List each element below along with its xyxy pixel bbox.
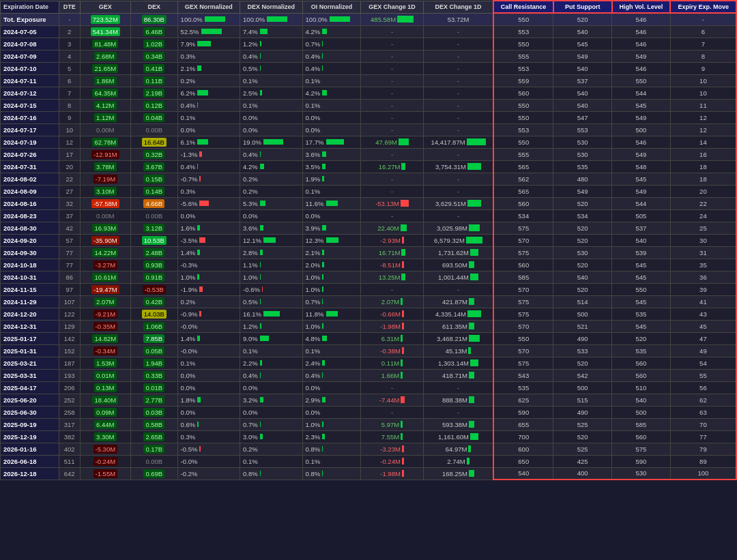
cell-dex: 0.91B [130,271,177,283]
cell-call-res: 565 [493,160,553,173]
cell-dex-norm: 1.1% [240,259,302,271]
cell-high-vol: 546 [612,13,671,25]
cell-high-vol: 546 [612,136,671,148]
cell-oi-norm: 0.0% [302,406,361,418]
cell-gex: 81.48M [80,38,130,50]
cell-put-sup: 400 [553,467,612,480]
cell-gex-1d: 2.07M [361,295,423,308]
cell-oi-norm: 12.3% [302,234,361,246]
cell-high-vol: 545 [612,295,671,308]
cell-gex-norm: -0.3% [177,259,240,271]
cell-dex: 0.05B [130,344,177,357]
cell-dex-1d: - [423,25,493,38]
cell-expiry-move: 20 [670,185,736,197]
cell-call-res: 555 [493,50,553,62]
cell-dex-1d: 6,579.32M [423,234,493,246]
cell-gex-norm: 0.0% [177,406,240,418]
cell-put-sup: 540 [553,99,612,111]
cell-dex-norm: 1.2% [240,38,302,50]
cell-oi-norm: 1.9% [302,173,361,185]
header-oi-norm: OI Normalized [302,1,361,13]
cell-oi-norm: 3.5% [302,160,361,173]
cell-gex: 0.00M [80,123,130,136]
cell-gex-1d: - [361,381,423,394]
cell-oi-norm: 0.1% [302,185,361,197]
cell-expiry-move: 10 [670,87,736,99]
cell-dte: 258 [59,406,80,418]
cell-gex-1d: -53.13M [361,197,423,209]
cell-oi-norm: 0.8% [302,443,361,455]
cell-gex-1d: - [361,173,423,185]
cell-gex: -7.19M [80,173,130,185]
cell-oi-norm: 1.0% [302,283,361,295]
cell-gex-1d: 7.55M [361,430,423,443]
main-table-container: Expiration Date DTE GEX DEX GEX Normaliz… [0,0,737,480]
cell-dte: 107 [59,295,80,308]
cell-gex-norm: 1.6% [177,222,240,234]
cell-call-res: 700 [493,430,553,443]
cell-gex-norm: -0.0% [177,455,240,467]
cell-dte: 4 [59,50,80,62]
cell-dex-1d: - [423,99,493,111]
cell-dex-1d: 3,025.98M [423,222,493,234]
cell-dex-norm: 0.0% [240,123,302,136]
cell-put-sup: 490 [553,332,612,344]
cell-high-vol: 590 [612,455,671,467]
cell-expiry-move: 100 [670,467,736,480]
cell-call-res: 560 [493,259,553,271]
cell-dex-norm: 0.5% [240,62,302,74]
table-header: Expiration Date DTE GEX DEX GEX Normaliz… [1,1,737,13]
cell-date: 2024-07-08 [1,38,59,50]
cell-gex-1d: - [361,74,423,87]
cell-dex-1d: - [423,38,493,50]
cell-gex-norm: 0.1% [177,357,240,369]
cell-date: 2025-09-19 [1,418,59,430]
cell-gex-1d: - [361,50,423,62]
cell-oi-norm: 1.0% [302,418,361,430]
cell-put-sup: 535 [553,160,612,173]
cell-date: 2025-04-17 [1,381,59,394]
cell-gex: 21.65M [80,62,130,74]
cell-dex-1d: 53.72M [423,13,493,25]
cell-dex-1d: 14,417.87M [423,136,493,148]
cell-gex: 3.30M [80,430,130,443]
cell-call-res: 575 [493,295,553,308]
cell-date: 2024-07-11 [1,74,59,87]
cell-gex: 18.40M [80,394,130,406]
cell-expiry-move: 8 [670,50,736,62]
cell-high-vol: 537 [612,222,671,234]
cell-expiry-move: 41 [670,295,736,308]
cell-dex-norm: 2.8% [240,246,302,259]
cell-gex-1d: 0.11M [361,357,423,369]
cell-gex-1d: - [361,99,423,111]
cell-oi-norm: 3.9% [302,222,361,234]
cell-expiry-move: 18 [670,160,736,173]
cell-dex: 4.66B [130,197,177,209]
cell-date: 2024-09-30 [1,246,59,259]
cell-oi-norm: 0.7% [302,38,361,50]
cell-high-vol: 585 [612,418,671,430]
cell-gex: 64.35M [80,87,130,99]
cell-high-vol: 560 [612,430,671,443]
cell-gex-1d: -2.93M [361,234,423,246]
cell-gex-1d: -3.23M [361,443,423,455]
cell-gex: -0.35M [80,320,130,332]
cell-gex-norm: 0.0% [177,123,240,136]
cell-gex-norm: 1.4% [177,246,240,259]
cell-put-sup: 500 [553,381,612,394]
cell-gex-1d: 485.58M [361,13,423,25]
cell-expiry-move: 14 [670,136,736,148]
cell-call-res: 550 [493,111,553,123]
cell-gex-norm: 6.1% [177,136,240,148]
cell-date: 2024-08-30 [1,222,59,234]
cell-call-res: 570 [493,320,553,332]
cell-expiry-move: 56 [670,381,736,394]
cell-oi-norm: 0.0% [302,111,361,123]
cell-expiry-move: - [670,13,736,25]
cell-gex: 0.01M [80,369,130,381]
cell-gex-norm: -0.9% [177,308,240,320]
cell-gex-norm: -0.5% [177,443,240,455]
cell-gex-1d: -0.38M [361,344,423,357]
cell-put-sup: 425 [553,455,612,467]
cell-dte: 511 [59,455,80,467]
